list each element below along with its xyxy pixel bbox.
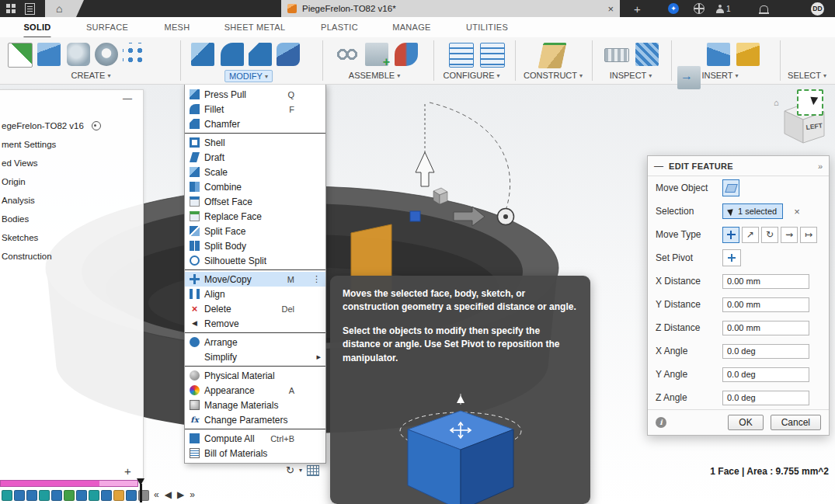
menu-item-align[interactable]: Align: [185, 287, 325, 301]
browser-item-analysis[interactable]: Analysis: [0, 191, 143, 210]
menu-item-chamfer[interactable]: Chamfer: [185, 116, 325, 131]
new-component-icon[interactable]: [365, 43, 388, 66]
tab-plastic[interactable]: PLASTIC: [321, 17, 358, 36]
insert-mesh-icon[interactable]: [736, 43, 760, 66]
notifications-button[interactable]: [760, 0, 768, 17]
timeline-feature-icon[interactable]: [101, 490, 112, 501]
sweep-icon[interactable]: [67, 43, 90, 66]
set-pivot-button[interactable]: [722, 249, 741, 266]
collapse-panel-icon[interactable]: —: [123, 93, 132, 104]
menu-item-split-body[interactable]: Split Body: [185, 238, 325, 253]
select-cursor-icon[interactable]: [797, 89, 823, 116]
browser-item-root[interactable]: egeFrelon-TO82 v16: [0, 116, 143, 135]
assemble-group-dropdown[interactable]: ASSEMBLE▾: [345, 70, 404, 81]
timeline-feature-icon[interactable]: [14, 490, 25, 501]
orbit-icon[interactable]: ↻: [286, 464, 294, 476]
tab-surface[interactable]: SURFACE: [86, 17, 128, 36]
tab-solid[interactable]: SOLID: [23, 17, 50, 39]
insert-group-dropdown[interactable]: INSERT▾: [698, 70, 742, 81]
menu-item-simplify[interactable]: Simplify▸: [185, 349, 325, 364]
collapse-icon[interactable]: —: [654, 161, 663, 172]
construction-plane-icon[interactable]: [538, 43, 566, 68]
move-type-rotate-button[interactable]: ↻: [761, 227, 778, 243]
browser-item-sketches[interactable]: Sketches: [0, 228, 143, 247]
timeline-feature-icon[interactable]: [39, 490, 50, 501]
timeline-group-bar[interactable]: [0, 480, 138, 487]
construct-group-dropdown[interactable]: CONSTRUCT▾: [520, 70, 586, 81]
menu-item-move-copy[interactable]: Move/CopyM⋮: [185, 272, 325, 287]
move-type-point-to-point-button[interactable]: ⇝: [781, 227, 798, 243]
menu-item-arrange[interactable]: Arrange: [185, 335, 325, 349]
account-button[interactable]: DD: [811, 0, 824, 17]
chamfer-icon[interactable]: [249, 43, 272, 66]
timeline-feature-icon[interactable]: [89, 490, 99, 501]
menu-item-split-face[interactable]: Split Face: [185, 224, 325, 238]
timeline-feature-icon[interactable]: [113, 490, 124, 501]
select-group-dropdown[interactable]: SELECT▾: [784, 70, 830, 81]
move-type-translate-button[interactable]: ↗: [742, 227, 759, 243]
info-icon[interactable]: i: [656, 417, 666, 428]
skip-to-end-icon[interactable]: »: [190, 489, 195, 500]
menu-item-delete[interactable]: ×DeleteDel: [185, 301, 325, 316]
create-sketch-icon[interactable]: [8, 43, 33, 68]
extensions-button[interactable]: ✦: [668, 0, 679, 17]
menu-item-appearance[interactable]: AppearanceA: [185, 383, 325, 398]
menu-item-combine[interactable]: Combine: [185, 179, 325, 194]
x-distance-input[interactable]: [722, 274, 809, 289]
chevron-down-icon[interactable]: ▾: [299, 467, 302, 474]
activate-component-icon[interactable]: [92, 121, 101, 130]
close-tab-icon[interactable]: ×: [607, 4, 614, 14]
link-icon[interactable]: [336, 43, 359, 66]
browser-add-icon[interactable]: +: [124, 464, 131, 478]
ok-button[interactable]: OK: [728, 415, 763, 430]
y-distance-input[interactable]: [722, 297, 809, 312]
online-status-button[interactable]: [694, 0, 705, 17]
menu-item-change-parameters[interactable]: fxChange Parameters: [185, 412, 325, 427]
menu-item-silhouette-split[interactable]: Silhouette Split: [185, 253, 325, 268]
collaborators-button[interactable]: 1: [716, 0, 731, 17]
menu-item-scale[interactable]: Scale: [185, 165, 325, 179]
tab-utilities[interactable]: UTILITIES: [466, 17, 508, 36]
menu-item-fillet[interactable]: FilletF: [185, 102, 325, 116]
step-back-icon[interactable]: ◀: [165, 489, 172, 500]
selection-field[interactable]: 1 selected: [722, 203, 783, 219]
browser-item-construction[interactable]: Construction: [0, 247, 143, 266]
menu-item-offset-face[interactable]: Offset Face: [185, 194, 325, 209]
move-type-point-to-position-button[interactable]: ↦: [800, 227, 817, 243]
skip-to-start-icon[interactable]: «: [154, 489, 159, 500]
modify-group-dropdown[interactable]: MODIFY▾: [224, 70, 273, 82]
menu-item-press-pull[interactable]: Press PullQ: [185, 87, 325, 102]
section-analysis-icon[interactable]: [635, 43, 659, 66]
timeline-feature-icon[interactable]: [126, 490, 137, 501]
browser-item-bodies[interactable]: Bodies: [0, 210, 143, 228]
menu-item-physical-material[interactable]: Physical Material: [185, 368, 325, 383]
browser-item-named-views[interactable]: ed Views: [0, 154, 143, 172]
timeline-feature-icon[interactable]: [26, 490, 37, 501]
box-icon[interactable]: [37, 43, 61, 66]
configuration-table-icon[interactable]: [449, 43, 474, 68]
menu-item-replace-face[interactable]: Replace Face: [185, 209, 325, 224]
new-tab-button[interactable]: +: [634, 0, 641, 17]
clear-selection-icon[interactable]: ×: [794, 206, 800, 217]
timeline-feature-icon[interactable]: [64, 490, 75, 501]
menu-item-draft[interactable]: Draft: [185, 150, 325, 165]
menu-item-remove[interactable]: ◀Remove: [185, 316, 325, 331]
joint-icon[interactable]: [395, 43, 418, 66]
browser-item-document-settings[interactable]: ment Settings: [0, 135, 143, 154]
menu-item-compute-all[interactable]: Compute AllCtrl+B: [185, 431, 325, 446]
tab-manage[interactable]: MANAGE: [392, 17, 430, 36]
timeline-feature-icon[interactable]: [76, 490, 87, 501]
document-tab[interactable]: PiegeFrelon-TO82 v16* ×: [281, 0, 620, 17]
data-panel-icon[interactable]: [25, 0, 35, 17]
grid-display-icon[interactable]: [307, 465, 319, 476]
pattern-icon[interactable]: [123, 43, 146, 66]
home-button[interactable]: ⌂: [45, 0, 84, 17]
decal-icon[interactable]: [707, 43, 730, 66]
menu-item-shell[interactable]: Shell: [185, 135, 325, 150]
press-pull-icon[interactable]: [191, 43, 214, 66]
more-options-icon[interactable]: ⋮: [312, 272, 321, 287]
move-object-faces-button[interactable]: [722, 179, 739, 196]
form-icon[interactable]: [277, 43, 300, 66]
play-icon[interactable]: ▶: [177, 489, 184, 500]
app-grid-icon[interactable]: [6, 0, 16, 17]
